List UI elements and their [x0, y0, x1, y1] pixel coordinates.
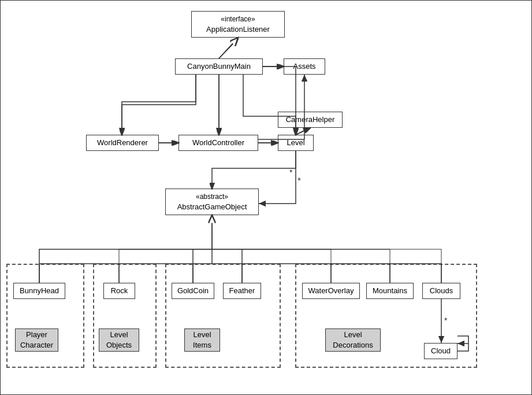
gold-coin-label: GoldCoin: [177, 286, 209, 295]
clouds-label: Clouds: [430, 286, 453, 295]
group-player-character: [6, 264, 84, 368]
level-label: Level: [287, 138, 304, 147]
multiplicity-star-level: *: [289, 168, 293, 177]
abstract-game-object-label: AbstractGameObject: [177, 202, 247, 211]
bunny-head-box: BunnyHead: [13, 283, 65, 299]
level-items-label: LevelItems: [184, 328, 220, 352]
svg-line-13: [296, 128, 310, 135]
svg-line-1: [219, 39, 238, 58]
app-listener-box: «interface» ApplicationListener: [191, 11, 285, 38]
group-level-items: [165, 264, 281, 368]
svg-line-8: [219, 38, 238, 58]
feather-label: Feather: [229, 286, 255, 295]
world-renderer-box: WorldRenderer: [86, 135, 159, 151]
assets-label: Assets: [293, 62, 315, 71]
camera-helper-label: CameraHelper: [286, 115, 335, 124]
group-level-objects: [93, 264, 157, 368]
water-overlay-label: WaterOverlay: [308, 286, 354, 295]
star-1: *: [297, 175, 301, 185]
app-listener-label: ApplicationListener: [206, 25, 270, 34]
rock-label: Rock: [111, 286, 128, 295]
world-controller-label: WorldController: [192, 138, 244, 147]
mountains-box: Mountains: [366, 283, 414, 299]
canyon-bunny-main-box: CanyonBunnyMain: [175, 58, 263, 75]
rock-box: Rock: [103, 283, 135, 299]
bunny-head-label: BunnyHead: [20, 286, 59, 295]
water-overlay-box: WaterOverlay: [302, 283, 360, 299]
assets-box: Assets: [284, 58, 325, 75]
mountains-label: Mountains: [373, 286, 407, 295]
canyon-bunny-main-label: CanyonBunnyMain: [187, 62, 251, 71]
cloud-box: Cloud: [424, 343, 457, 359]
app-listener-stereotype: «interface»: [221, 15, 255, 23]
feather-box: Feather: [223, 283, 261, 299]
camera-helper-box: CameraHelper: [278, 112, 343, 128]
abstract-game-object-stereotype: «abstract»: [196, 193, 228, 201]
world-renderer-label: WorldRenderer: [97, 138, 148, 147]
gold-coin-box: GoldCoin: [172, 283, 214, 299]
world-controller-box: WorldController: [178, 135, 258, 151]
abstract-game-object-box: «abstract» AbstractGameObject: [165, 189, 259, 215]
svg-line-6: [296, 128, 310, 135]
clouds-box: Clouds: [422, 283, 460, 299]
level-objects-label: LevelObjects: [99, 328, 139, 352]
level-decorations-label: LevelDecorations: [325, 328, 381, 352]
level-box: Level: [278, 135, 314, 151]
player-character-label: PlayerCharacter: [15, 328, 58, 352]
cloud-label: Cloud: [431, 346, 451, 355]
diagram: «interface» ApplicationListener CanyonBu…: [0, 0, 532, 395]
